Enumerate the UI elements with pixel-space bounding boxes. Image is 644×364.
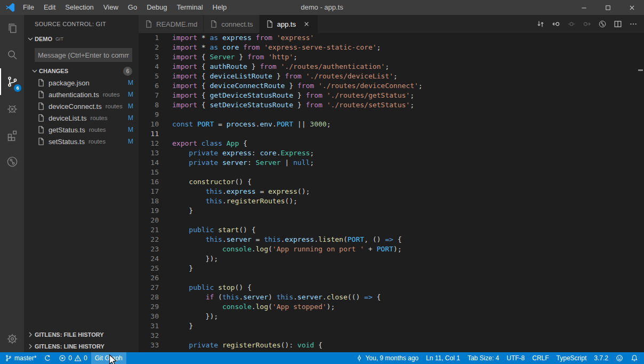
code-editor[interactable]: 1import * as express from 'express'2impo…: [139, 33, 644, 352]
scm-file-authentication.ts[interactable]: authentication.tsroutesM: [24, 89, 139, 100]
code-line: 12export class App {: [139, 139, 644, 148]
status-sync[interactable]: [40, 352, 55, 364]
file-icon: [37, 78, 45, 87]
close-button[interactable]: [620, 0, 644, 15]
editor-scrollbar[interactable]: [637, 33, 644, 352]
code-line: 33 private registerRoutes(): void {: [139, 341, 644, 350]
line-content: [159, 129, 172, 139]
status-blame[interactable]: You, 9 months ago: [352, 352, 422, 364]
modified-badge: M: [128, 114, 133, 122]
line-number: 13: [139, 148, 159, 158]
window-controls: [572, 0, 644, 15]
file-folder: routes: [89, 126, 106, 133]
line-number: 27: [139, 283, 159, 292]
status-bar-left: master*00Git Graph: [0, 352, 126, 364]
editor-actions: [533, 15, 644, 33]
split-editor-button[interactable]: [610, 15, 625, 33]
activity-extensions[interactable]: [0, 122, 24, 148]
menu-view[interactable]: View: [99, 0, 123, 15]
line-content: [159, 168, 172, 177]
line-number: 18: [139, 196, 159, 206]
menu-debug[interactable]: Debug: [142, 0, 172, 15]
status-notifications[interactable]: [627, 352, 642, 364]
scm-file-package.json[interactable]: package.jsonM: [24, 77, 139, 89]
menu-selection[interactable]: Selection: [60, 0, 98, 15]
line-content: [159, 331, 172, 341]
line-number: 21: [139, 225, 159, 235]
code-line: 21 public start() {: [139, 225, 644, 235]
open-changes-icon: [536, 20, 545, 28]
code-area[interactable]: 1import * as express from 'express'2impo…: [139, 33, 644, 350]
status-branch[interactable]: master*: [1, 352, 40, 364]
code-line: 28 if (this.server) this.server.close(()…: [139, 292, 644, 302]
file-folder: routes: [103, 91, 120, 98]
close-tab-button[interactable]: [301, 19, 312, 29]
status-ts-version[interactable]: 3.7.2: [590, 352, 612, 364]
more-actions-icon: [629, 20, 638, 28]
status-indentation[interactable]: Tab Size: 4: [464, 352, 503, 364]
scm-file-getStatus.ts[interactable]: getStatus.tsroutesM: [24, 124, 139, 136]
code-line: 4import { authRoute } from './routes/aut…: [139, 62, 644, 72]
activity-debug[interactable]: [0, 95, 24, 122]
code-line: 9: [139, 110, 644, 120]
modified-badge: M: [128, 138, 133, 145]
tab-connect.ts[interactable]: connect.ts: [204, 15, 259, 33]
menu-go[interactable]: Go: [123, 0, 142, 15]
code-line: 10const PORT = process.env.PORT || 3000;: [139, 120, 644, 129]
activity-gitlens[interactable]: [0, 148, 24, 175]
line-content: if (this.server) this.server.close(() =>…: [159, 292, 381, 302]
menu-help[interactable]: Help: [208, 0, 232, 15]
title-bar: FileEditSelectionViewGoDebugTerminalHelp…: [0, 0, 644, 15]
menu-terminal[interactable]: Terminal: [172, 0, 207, 15]
changes-header[interactable]: CHANGES 6: [24, 65, 139, 77]
line-content: public start() {: [159, 225, 256, 235]
commit-box: [24, 45, 139, 65]
tab-app.ts[interactable]: app.ts: [260, 15, 318, 33]
gitlens-button[interactable]: [594, 15, 610, 33]
code-line: 22 this.server = this.express.listen(POR…: [139, 235, 644, 244]
status-cursor-position[interactable]: Ln 11, Col 1: [422, 352, 464, 364]
status-problems[interactable]: 00: [55, 352, 91, 364]
status-encoding[interactable]: UTF-8: [503, 352, 528, 364]
code-line: 31 }: [139, 321, 644, 331]
activity-search[interactable]: [0, 42, 24, 68]
section-gitlens-file-history[interactable]: GITLENS: FILE HISTORY: [24, 329, 139, 341]
tab-README.md[interactable]: README.md: [139, 15, 204, 33]
previous-revision-button[interactable]: [548, 15, 564, 33]
commit-message-input[interactable]: [35, 48, 132, 62]
scm-file-deviceConnect.ts[interactable]: deviceConnect.tsroutesM: [24, 100, 139, 112]
file-icon: [210, 20, 218, 28]
maximize-button[interactable]: [596, 0, 620, 15]
file-folder: routes: [91, 115, 108, 121]
scm-file-setStatus.ts[interactable]: setStatus.tsroutesM: [24, 136, 139, 147]
activity-source-control[interactable]: 6: [0, 68, 24, 95]
status-feedback[interactable]: [612, 352, 627, 364]
section-label: GITLENS: FILE HISTORY: [35, 331, 104, 338]
modified-badge: M: [128, 79, 133, 86]
scm-file-deviceList.ts[interactable]: deviceList.tsroutesM: [24, 112, 139, 124]
menu-edit[interactable]: Edit: [39, 0, 60, 15]
line-number: 28: [139, 292, 159, 302]
line-number: 5: [139, 72, 159, 81]
status-text: Ln 11, Col 1: [426, 354, 460, 362]
status-git-graph[interactable]: Git Graph: [91, 352, 126, 364]
status-eol[interactable]: CRLF: [528, 352, 552, 364]
section-gitlens-line-history[interactable]: GITLENS: LINE HISTORY: [24, 341, 139, 352]
line-content: });: [159, 312, 218, 321]
file-folder: routes: [106, 103, 123, 109]
repo-header[interactable]: DEMO GIT: [24, 33, 139, 45]
activity-manage[interactable]: [0, 326, 24, 352]
file-name: deviceList.ts: [49, 114, 87, 122]
code-line: 16 constructor() {: [139, 177, 644, 187]
next-change-icon: [583, 20, 591, 28]
code-line: 32: [139, 331, 644, 341]
line-number: 12: [139, 139, 159, 148]
menu-file[interactable]: File: [18, 0, 39, 15]
status-language-mode[interactable]: TypeScript: [553, 352, 591, 364]
open-changes-button[interactable]: [533, 15, 548, 33]
status-text: Git Graph: [95, 354, 123, 362]
minimize-button[interactable]: [572, 0, 596, 15]
status-text: CRLF: [532, 354, 549, 362]
more-actions-button[interactable]: [625, 15, 641, 33]
activity-explorer[interactable]: [0, 15, 24, 42]
